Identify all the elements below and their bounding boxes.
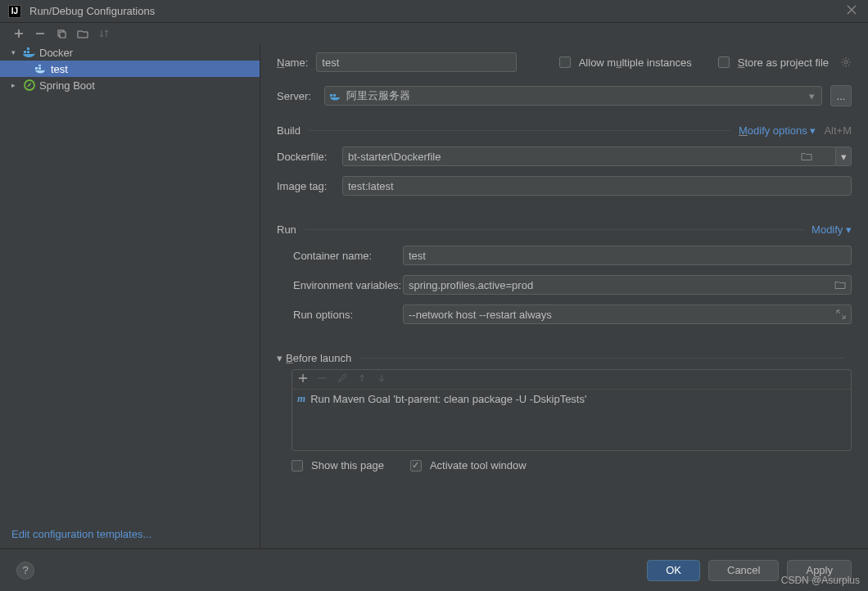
runopt-value: --network host --restart always xyxy=(409,309,552,321)
before-launch-item-text: Run Maven Goal 'bt-parent: clean package… xyxy=(310,393,586,405)
dockerfile-value: bt-starter\Dockerfile xyxy=(348,151,441,163)
docker-small-icon xyxy=(330,92,341,101)
down-icon[interactable] xyxy=(377,374,389,386)
dockerfile-label: Dockerfile: xyxy=(277,151,342,163)
show-page-label: Show this page xyxy=(311,459,384,471)
add-icon[interactable] xyxy=(12,27,25,40)
name-input[interactable] xyxy=(316,52,517,72)
tree-label: Spring Boot xyxy=(39,79,95,92)
cancel-button[interactable]: Cancel xyxy=(708,560,779,581)
chevron-down-icon: ▾ xyxy=(809,90,815,102)
edit-icon[interactable] xyxy=(338,374,350,386)
tree-label: Docker xyxy=(39,47,73,59)
window-title: Run/Debug Configurations xyxy=(29,5,847,17)
imagetag-label: Image tag: xyxy=(277,180,342,192)
sort-icon[interactable] xyxy=(97,27,111,40)
activate-tool-checkbox[interactable] xyxy=(410,460,422,471)
modify-shortcut: Alt+M xyxy=(824,124,852,137)
spring-icon xyxy=(23,79,36,92)
copy-icon[interactable] xyxy=(55,27,68,40)
runopt-label: Run options: xyxy=(277,309,403,321)
show-page-checkbox[interactable] xyxy=(292,460,303,471)
add-icon[interactable] xyxy=(299,374,310,386)
runopt-input[interactable]: --network host --restart always xyxy=(403,305,852,324)
tree-label: test xyxy=(51,63,68,75)
modify-options-link[interactable]: Modify options ▾ xyxy=(739,124,816,137)
svg-rect-7 xyxy=(38,65,41,66)
run-modify-link[interactable]: Modify ▾ xyxy=(811,223,852,236)
server-more-button[interactable]: ... xyxy=(830,85,852,106)
config-form: NName:ame: Allow multiple instances Stor… xyxy=(260,44,868,548)
allow-multiple-label: Allow multiple instances xyxy=(579,56,692,69)
run-section-title: Run xyxy=(277,223,296,236)
remove-icon[interactable] xyxy=(319,374,330,386)
container-input[interactable] xyxy=(403,246,852,265)
tree-toolbar xyxy=(0,23,868,44)
store-project-checkbox[interactable] xyxy=(718,56,730,68)
svg-rect-5 xyxy=(35,67,38,70)
activate-tool-label: Activate tool window xyxy=(430,459,527,471)
svg-rect-11 xyxy=(333,94,336,97)
name-label: NName:ame: xyxy=(277,56,308,69)
server-label: Server: xyxy=(277,90,316,102)
env-value: spring.profiles.active=prod xyxy=(409,279,533,291)
config-tree[interactable]: ▾ Docker test ▸ Spring Boot xyxy=(0,44,260,520)
before-launch-item[interactable]: m Run Maven Goal 'bt-parent: clean packa… xyxy=(292,390,851,408)
chevron-down-icon: ▾ xyxy=(11,48,20,56)
tree-node-test[interactable]: test xyxy=(0,61,260,77)
config-tree-panel: ▾ Docker test ▸ Spring Boot Ed xyxy=(0,44,260,548)
svg-rect-1 xyxy=(60,32,66,38)
folder-icon[interactable] xyxy=(801,152,812,161)
dockerfile-icon xyxy=(34,62,47,75)
store-project-label: Store as project file xyxy=(738,56,829,69)
ok-button[interactable]: OK xyxy=(647,560,700,581)
folder-icon[interactable] xyxy=(834,281,846,290)
dockerfile-input[interactable]: bt-starter\Dockerfile xyxy=(342,147,836,166)
container-label: Container name: xyxy=(277,250,403,262)
tree-node-docker[interactable]: ▾ Docker xyxy=(0,44,260,61)
svg-rect-10 xyxy=(330,94,332,97)
svg-point-9 xyxy=(844,61,848,64)
edit-templates-link[interactable]: Edit configuration templates... xyxy=(11,528,151,540)
up-icon[interactable] xyxy=(358,374,369,386)
svg-rect-4 xyxy=(27,47,29,50)
docker-icon xyxy=(23,46,36,59)
remove-icon[interactable] xyxy=(34,27,47,40)
before-launch-list: m Run Maven Goal 'bt-parent: clean packa… xyxy=(292,369,852,451)
watermark: CSDN @Asurplus xyxy=(781,575,860,586)
server-value: 阿里云服务器 xyxy=(346,88,410,103)
chevron-right-icon: ▸ xyxy=(11,81,20,89)
dockerfile-dropdown[interactable]: ▾ xyxy=(835,147,852,166)
titlebar: IJ Run/Debug Configurations xyxy=(0,0,868,23)
chevron-down-icon[interactable]: ▾ xyxy=(277,352,283,364)
svg-rect-6 xyxy=(38,67,41,70)
before-launch-title: Before launch xyxy=(286,352,351,364)
help-button[interactable]: ? xyxy=(16,562,34,580)
expand-icon[interactable] xyxy=(836,309,846,319)
imagetag-input[interactable] xyxy=(342,176,852,196)
dialog-footer: ? OK Cancel Apply xyxy=(0,548,868,591)
gear-icon[interactable] xyxy=(840,56,852,68)
allow-multiple-checkbox[interactable] xyxy=(559,56,571,68)
close-icon[interactable] xyxy=(847,5,860,18)
folder-save-icon[interactable] xyxy=(76,27,89,40)
intellij-icon: IJ xyxy=(8,5,21,18)
svg-rect-2 xyxy=(24,51,26,53)
maven-icon: m xyxy=(297,392,305,405)
svg-rect-3 xyxy=(27,51,29,53)
server-select[interactable]: 阿里云服务器 ▾ xyxy=(324,86,822,106)
env-label: Environment variables: xyxy=(277,279,403,291)
tree-node-springboot[interactable]: ▸ Spring Boot xyxy=(0,77,260,93)
build-section-title: Build xyxy=(277,124,301,137)
env-input[interactable]: spring.profiles.active=prod xyxy=(403,275,852,295)
